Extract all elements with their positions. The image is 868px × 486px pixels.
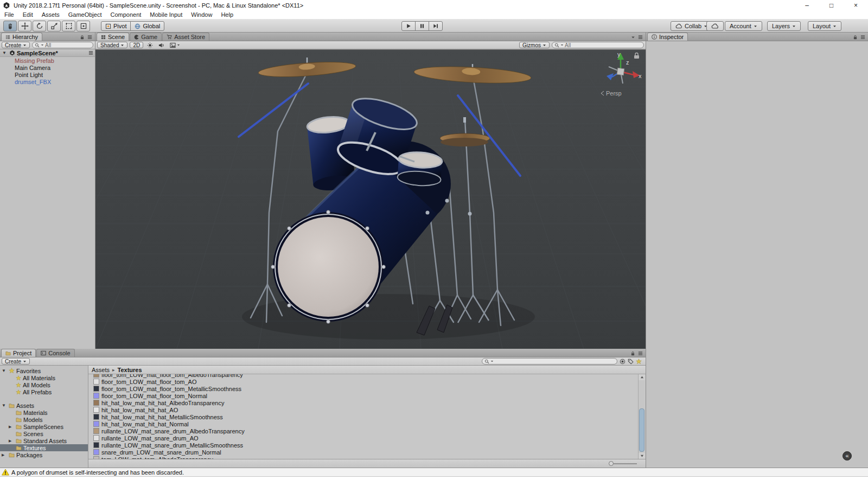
tab-game[interactable]: Game [130,33,162,41]
menu-item[interactable]: Edit [18,11,37,18]
maximize-button[interactable]: □ [819,0,844,10]
favorites-root[interactable]: ▼ Favorites [0,367,88,374]
hierarchy-item[interactable]: Point Light [0,71,95,78]
favorites-item[interactable]: All Materials [0,374,88,381]
file-row[interactable]: floor_tom_LOW_mat_floor_tom_AO [88,378,646,385]
slider-knob[interactable] [609,461,614,466]
panel-menu-icon[interactable] [638,351,643,356]
project-folder[interactable]: Models [0,416,88,423]
project-folder[interactable]: Textures [0,444,88,451]
assets-root[interactable]: ▼ Assets [0,402,88,409]
project-folder[interactable]: ▶ Standard Assets [0,437,88,444]
scroll-down-button[interactable] [639,453,645,459]
global-toggle-button[interactable]: Global [130,21,164,31]
lock-icon[interactable] [630,351,635,356]
menu-item[interactable]: GameObject [64,11,106,18]
tab-project[interactable]: Project [1,349,36,357]
panel-menu-icon[interactable] [87,35,92,40]
folder-icon [16,410,22,415]
project-search-input[interactable] [482,358,617,364]
scene-effects-dropdown[interactable] [168,42,182,48]
file-list-region: floor_tom_LOW_mat_floor_tom_AlbedoTransp… [88,374,646,459]
search-by-label-button[interactable] [628,359,634,364]
hierarchy-item[interactable]: Main Camera [0,64,95,71]
scale-tool-button[interactable] [47,21,61,31]
tab-hierarchy[interactable]: Hierarchy [1,33,42,41]
layers-dropdown[interactable]: Layers [767,21,801,31]
scene-search-input[interactable]: All [552,42,644,48]
gizmo-center-cube[interactable] [617,68,624,75]
account-dropdown[interactable]: Account [725,21,762,31]
scroll-up-button[interactable] [639,374,645,380]
scene-audio-toggle[interactable] [157,42,166,48]
hand-tool-button[interactable] [3,21,17,31]
tab-inspector[interactable]: Inspector [647,33,688,41]
file-row[interactable]: rullante_LOW_mat_snare_drum_AlbedoTransp… [88,427,646,434]
menu-item[interactable]: File [0,11,18,18]
menu-item[interactable]: Help [216,11,238,18]
panel-menu-icon[interactable] [860,35,865,40]
lock-icon[interactable] [80,35,85,40]
tab-asset-store[interactable]: Asset Store [162,33,209,41]
shading-mode-dropdown[interactable]: Shaded [97,42,127,48]
project-folder[interactable]: Materials [0,409,88,416]
tab-list-caret-icon[interactable] [631,35,635,40]
minimize-button[interactable]: – [795,0,819,10]
favorites-item[interactable]: All Models [0,381,88,388]
pivot-toggle-button[interactable]: Pivot [101,21,131,31]
file-row[interactable]: rullante_LOW_mat_snare_drum_MetallicSmoo… [88,442,646,449]
panel-menu-icon[interactable] [638,35,643,40]
tab-console[interactable]: Console [36,349,74,357]
hierarchy-item[interactable]: Missing Prefab [0,57,95,64]
step-button[interactable] [429,21,443,31]
menu-item[interactable]: Window [187,11,216,18]
file-row[interactable]: rullante_LOW_mat_snare_drum_AO [88,434,646,442]
file-row[interactable]: hit_hat_low_mat_hit_hat_Normal [88,420,646,427]
breadcrumb-textures[interactable]: Textures [118,367,142,373]
scrollbar-thumb[interactable] [639,408,644,452]
lock-icon[interactable] [853,35,858,40]
hierarchy-scene-row[interactable]: ▼ SampleScene* [0,49,95,57]
file-row[interactable]: floor_tom_LOW_mat_floor_tom_MetallicSmoo… [88,385,646,392]
hierarchy-create-button[interactable]: Create [2,42,30,48]
hierarchy-item[interactable]: drumset_FBX [0,78,95,85]
2d-toggle-button[interactable]: 2D [130,42,143,48]
collab-toolbar-collapse-button[interactable]: « [843,451,852,461]
menu-item[interactable]: Mobile Input [145,11,187,18]
favorites-item[interactable]: All Prefabs [0,388,88,395]
scene-context-menu-icon[interactable] [88,50,93,55]
transform-tool-button[interactable] [76,21,90,31]
file-row[interactable]: hit_hat_low_mat_hit_hat_MetallicSmoothne… [88,413,646,420]
play-button[interactable] [401,21,416,31]
rect-tool-button[interactable] [62,21,75,31]
tab-scene[interactable]: Scene [97,33,129,41]
rotate-tool-button[interactable] [33,21,46,31]
layout-dropdown[interactable]: Layout [808,21,841,31]
breadcrumb-assets[interactable]: Assets [92,367,110,373]
file-row[interactable]: floor_tom_LOW_mat_floor_tom_Normal [88,392,646,399]
hierarchy-search-input[interactable]: All [32,42,93,48]
menu-item[interactable]: Component [106,11,145,18]
close-button[interactable]: × [844,0,868,10]
file-row[interactable]: floor_tom_LOW_mat_floor_tom_AlbedoTransp… [88,374,646,378]
thumbnail-size-slider[interactable] [609,461,637,466]
file-row[interactable]: snare_drum_LOW_mat_snare_drum_Normal [88,449,646,456]
scene-lighting-toggle[interactable] [145,42,155,48]
packages-root[interactable]: ▶ Packages [0,451,88,458]
move-tool-button[interactable] [18,21,31,31]
favorites-filter-button[interactable] [636,359,642,364]
file-list-scrollbar[interactable] [638,374,645,459]
project-folder[interactable]: Scenes [0,430,88,437]
project-folder[interactable]: ▶ SampleScenes [0,423,88,430]
cloud-services-button[interactable] [706,21,724,31]
project-create-button[interactable]: Create [2,358,30,364]
scene-viewport[interactable]: y z x Persp [95,49,646,348]
status-bar[interactable]: A polygon of drumset is self-intersectin… [0,468,868,477]
search-by-type-button[interactable] [620,359,626,364]
file-row[interactable]: hit_hat_low_mat_hit_hat_AlbedoTransparen… [88,399,646,406]
menu-item[interactable]: Assets [37,11,64,18]
file-row[interactable]: hit_hat_low_mat_hit_hat_AO [88,406,646,413]
pause-button[interactable] [415,21,429,31]
gizmos-dropdown[interactable]: Gizmos [519,42,550,48]
project-panel: Project Console Create ▼ Favorites [0,349,646,468]
